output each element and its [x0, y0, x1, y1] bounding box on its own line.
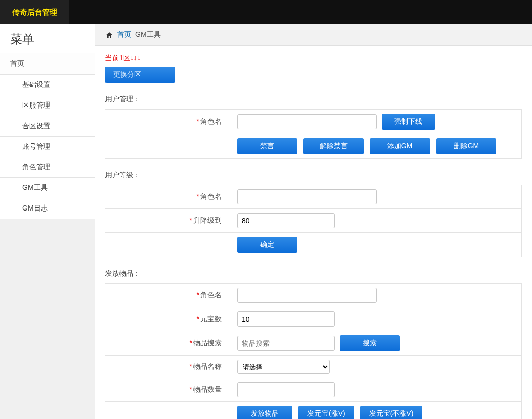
role-name-input-2[interactable] — [237, 189, 377, 204]
section-title-give-item: 发放物品： — [105, 269, 522, 278]
change-zone-button[interactable]: 更换分区 — [105, 67, 175, 83]
label-role-name-2: 角色名 — [200, 192, 222, 200]
sidebar-item-zone-manage[interactable]: 区服管理 — [0, 95, 95, 116]
label-gold: 元宝数 — [200, 315, 222, 323]
sidebar-item-role-manage[interactable]: 角色管理 — [0, 157, 95, 178]
home-icon — [105, 30, 113, 39]
item-qty-input[interactable] — [237, 382, 335, 397]
label-role-name-1: 角色名 — [200, 117, 222, 125]
brand-title: 传奇后台管理 — [0, 0, 69, 24]
breadcrumb-home-link[interactable]: 首页 — [117, 30, 131, 39]
give-gold-nv-button[interactable]: 发元宝(不涨V) — [360, 406, 423, 419]
sidebar-item-gm-tools[interactable]: GM工具 — [0, 178, 95, 198]
sidebar-item-merge-settings[interactable]: 合区设置 — [0, 116, 95, 137]
item-search-button[interactable]: 搜索 — [340, 335, 400, 351]
role-name-input-3[interactable] — [237, 288, 377, 303]
label-item-search: 物品搜索 — [193, 339, 222, 347]
sidebar-item-home[interactable]: 首页 — [0, 53, 95, 75]
level-input[interactable] — [237, 213, 335, 228]
sidebar: 菜单 首页 基础设置 区服管理 合区设置 账号管理 角色管理 GM工具 GM日志 — [0, 24, 95, 419]
main-content: 首页 GM工具 当前1区↓↓↓ 更换分区 用户管理： *角色名 强制下线 — [95, 24, 532, 419]
breadcrumb-current: GM工具 — [135, 30, 161, 39]
item-search-input[interactable] — [237, 336, 335, 351]
role-name-input-1[interactable] — [237, 114, 377, 129]
gold-input[interactable] — [237, 311, 335, 327]
item-name-select[interactable]: 请选择 — [237, 360, 330, 374]
label-item-qty: 物品数量 — [193, 385, 222, 393]
remove-gm-button[interactable]: 删除GM — [436, 138, 496, 154]
add-gm-button[interactable]: 添加GM — [370, 138, 430, 154]
sidebar-item-basic-settings[interactable]: 基础设置 — [0, 75, 95, 95]
section-title-user-level: 用户等级： — [105, 171, 522, 180]
sidebar-item-account-manage[interactable]: 账号管理 — [0, 137, 95, 157]
section-title-user-manage: 用户管理： — [105, 95, 522, 104]
sidebar-title: 菜单 — [0, 24, 95, 53]
level-confirm-button[interactable]: 确定 — [237, 237, 297, 253]
label-item-name: 物品名称 — [193, 362, 222, 370]
sidebar-item-gm-log[interactable]: GM日志 — [0, 198, 95, 219]
breadcrumb: 首页 GM工具 — [95, 24, 532, 46]
label-level-to: 升降级到 — [193, 216, 222, 224]
give-gold-v-button[interactable]: 发元宝(涨V) — [298, 406, 354, 419]
ban-button[interactable]: 禁言 — [237, 138, 297, 154]
give-item-button[interactable]: 发放物品 — [237, 406, 292, 419]
zone-current-label: 当前1区↓↓↓ — [105, 54, 141, 63]
unban-button[interactable]: 解除禁言 — [303, 138, 364, 154]
force-offline-button[interactable]: 强制下线 — [382, 114, 435, 130]
label-role-name-3: 角色名 — [200, 291, 222, 299]
